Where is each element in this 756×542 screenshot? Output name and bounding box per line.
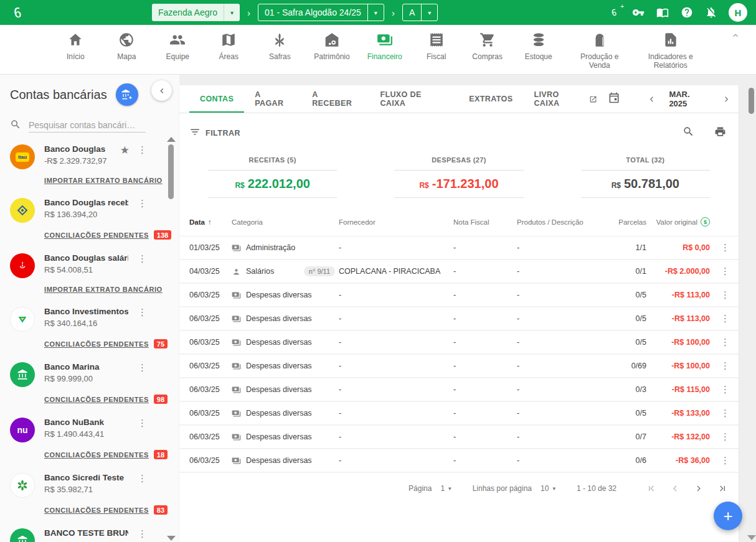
transaction-supplier: - [339, 314, 451, 323]
transaction-row[interactable]: 06/03/25Despesas diversas---0/5-R$ 113,0… [179, 284, 739, 307]
column-header-data[interactable]: Data↑ [189, 218, 232, 226]
bank-account-row[interactable]: Banco Douglas salário Ti...R$ 54.008,51⋮ [10, 253, 147, 278]
account-menu-icon[interactable]: ⋮ [138, 529, 147, 540]
account-menu-icon[interactable]: ⋮ [138, 254, 147, 264]
currency-toggle-icon[interactable]: $ [701, 217, 710, 227]
tab-livro-caixa[interactable]: LIVRO CAIXA [523, 85, 608, 113]
last-page-button[interactable] [715, 481, 730, 496]
nav-item-equipe[interactable]: Equipe [161, 32, 194, 74]
tab-contas[interactable]: CONTAS [189, 85, 244, 113]
collapse-sidebar-button[interactable] [151, 80, 172, 101]
row-menu-icon[interactable]: ⋮ [714, 266, 730, 277]
add-bank-account-button[interactable] [116, 83, 138, 106]
nav-item-safras[interactable]: Safras [263, 32, 296, 74]
transaction-row[interactable]: 01/03/25Administração---1/1R$ 0,00⋮ [179, 236, 739, 260]
tab-a-pagar[interactable]: A PAGAR [244, 85, 301, 113]
transaction-row[interactable]: 06/03/25Despesas diversas---0/6-R$ 36,00… [179, 449, 739, 473]
account-action-link[interactable]: CONCILIAÇÕES PENDENTES [44, 451, 149, 459]
scroll-down-arrow[interactable] [167, 536, 176, 541]
calendar-icon[interactable] [608, 91, 622, 106]
page-select[interactable]: 1▾ [440, 484, 451, 493]
print-icon[interactable] [714, 126, 726, 140]
collapse-nav-icon[interactable] [731, 31, 741, 41]
row-menu-icon[interactable]: ⋮ [714, 456, 730, 466]
page-scrollbar-thumb[interactable] [749, 88, 754, 114]
tab-fluxo-de-caixa[interactable]: FLUXO DE CAIXA [369, 85, 458, 113]
transaction-row[interactable]: 06/03/25Despesas diversas---0/7-R$ 132,0… [179, 426, 739, 449]
chevron-down-icon[interactable]: ▾ [224, 4, 240, 21]
sidebar-scrollbar-thumb[interactable] [168, 144, 174, 199]
transaction-row[interactable]: 06/03/25Despesas diversas---0/5-R$ 113,0… [179, 307, 739, 331]
row-menu-icon[interactable]: ⋮ [714, 432, 730, 442]
nav-item-fiscal[interactable]: Fiscal [420, 32, 453, 74]
previous-month-button[interactable] [645, 91, 659, 106]
account-menu-icon[interactable]: ⋮ [138, 474, 147, 484]
bank-account-row[interactable]: Banco Douglas recebime...R$ 136.394,20⋮ [10, 198, 147, 223]
scroll-down-arrow[interactable] [747, 535, 756, 540]
nav-item-indicadores-e-relatorios[interactable]: Indicadores e Relatórios [644, 32, 697, 74]
transaction-row[interactable]: 04/03/25Saláriosn° 9/11COPLACANA - PIRAC… [179, 260, 739, 284]
tab-a-receber[interactable]: A RECEBER [301, 85, 369, 113]
summary-value: R$50.781,00 [581, 170, 710, 198]
rows-per-page-select[interactable]: 10▾ [541, 484, 555, 493]
account-action-link[interactable]: CONCILIAÇÕES PENDENTES [44, 396, 149, 403]
next-month-button[interactable] [719, 91, 734, 106]
nav-item-compras[interactable]: Compras [471, 32, 504, 74]
filter-button[interactable]: FILTRAR [206, 129, 240, 138]
help-icon[interactable] [680, 6, 694, 19]
user-avatar[interactable]: H [729, 3, 747, 22]
knowledge-book-icon[interactable] [656, 6, 669, 19]
nav-item-estoque[interactable]: Estoque [522, 32, 555, 74]
nav-item-financeiro[interactable]: Financeiro [367, 32, 402, 74]
favorite-star-icon[interactable]: ★ [120, 145, 130, 156]
account-menu-icon[interactable]: ⋮ [138, 307, 147, 318]
account-action-link[interactable]: IMPORTAR EXTRATO BANCÁRIO [44, 177, 163, 184]
account-action-link[interactable]: IMPORTAR EXTRATO BANCÁRIO [44, 286, 163, 293]
next-page-button[interactable] [691, 481, 706, 496]
search-accounts-input[interactable] [29, 118, 146, 133]
transaction-row[interactable]: 06/03/25Despesas diversas---0/5-R$ 133,0… [179, 402, 739, 426]
nav-item-mapa[interactable]: Mapa [110, 32, 143, 74]
nav-item-inicio[interactable]: Início [59, 32, 92, 74]
account-menu-icon[interactable]: ⋮ [138, 363, 147, 373]
add-transaction-fab[interactable]: + [714, 502, 742, 530]
key-icon[interactable] [631, 6, 645, 19]
add-farm-icon[interactable]: ∂+ [607, 6, 621, 19]
safra-selector[interactable]: 01 - Safra Algodão 24/25 ▾ [258, 4, 384, 21]
row-menu-icon[interactable]: ⋮ [714, 361, 730, 371]
bank-account-row[interactable]: nuBanco NuBankR$ 1.490.443,41⋮ [10, 418, 147, 442]
bank-account-row[interactable]: Banco InvestimentosR$ 340.164,16⋮ [10, 307, 147, 332]
row-menu-icon[interactable]: ⋮ [714, 290, 730, 301]
nav-item-areas[interactable]: Áreas [212, 32, 245, 74]
nav-item-producao-e-venda[interactable]: Produção e Venda [573, 32, 626, 74]
transaction-row[interactable]: 06/03/25Despesas diversas---0/3-R$ 115,0… [179, 378, 739, 402]
nav-item-patrimonio[interactable]: Patrimônio [314, 32, 349, 74]
bank-account-row[interactable]: itaúBanco Douglas-R$ 2.329.732,97★⋮ [10, 144, 147, 169]
scroll-up-arrow[interactable] [167, 137, 176, 142]
bank-account-row[interactable]: Banco Sicredi TesteR$ 35.982,71⋮ [10, 473, 147, 498]
account-menu-icon[interactable]: ⋮ [138, 418, 147, 429]
row-menu-icon[interactable]: ⋮ [714, 314, 730, 324]
bank-account-row[interactable]: Banco MarinaR$ 99.999,00⋮ [10, 362, 147, 387]
chevron-down-icon[interactable]: ▾ [367, 4, 384, 21]
tab-extratos[interactable]: EXTRATOS [458, 85, 523, 113]
first-page-button[interactable] [644, 481, 659, 496]
account-action-link[interactable]: CONCILIAÇÕES PENDENTES [44, 507, 149, 514]
bank-account-row[interactable]: BANCO TESTE BRUNAR$ 4.459,51⋮ [10, 528, 147, 542]
search-transactions-icon[interactable] [683, 126, 694, 140]
account-menu-icon[interactable]: ⋮ [138, 145, 147, 156]
notifications-off-icon[interactable] [704, 6, 718, 19]
transaction-row[interactable]: 06/03/25Despesas diversas---0/69-R$ 100,… [179, 355, 739, 378]
account-menu-icon[interactable]: ⋮ [138, 199, 147, 209]
account-action-link[interactable]: CONCILIAÇÕES PENDENTES [44, 340, 149, 348]
chevron-down-icon[interactable]: ▾ [421, 4, 437, 21]
farm-selector[interactable]: Fazenda Aegro ▾ [152, 4, 240, 21]
row-menu-icon[interactable]: ⋮ [714, 385, 730, 395]
previous-page-button[interactable] [668, 481, 683, 496]
account-action-link[interactable]: CONCILIAÇÕES PENDENTES [44, 231, 149, 239]
unit-selector[interactable]: A ▾ [402, 4, 438, 21]
row-menu-icon[interactable]: ⋮ [714, 243, 730, 253]
transaction-row[interactable]: 06/03/25Despesas diversas---0/5-R$ 100,0… [179, 331, 739, 355]
row-menu-icon[interactable]: ⋮ [714, 408, 730, 419]
row-menu-icon[interactable]: ⋮ [714, 337, 730, 348]
